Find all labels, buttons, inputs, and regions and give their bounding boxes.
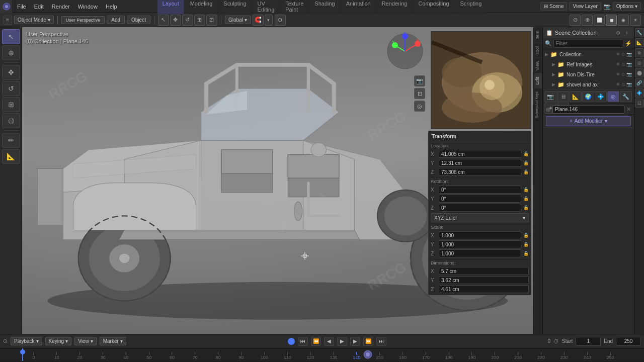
y-scale-lock[interactable]: 🔒 [523, 242, 529, 247]
next-key-btn[interactable]: ▶ [350, 337, 360, 346]
props-view-layer-tab[interactable]: 📐 [570, 91, 582, 102]
shovel-hide-icon[interactable]: 👁 [616, 82, 620, 87]
y-dim-value[interactable]: 3.62 cm [439, 276, 529, 284]
fps-icon[interactable]: ⏱ [553, 338, 559, 344]
tab-rendering[interactable]: Rendering [377, 0, 413, 14]
start-frame-field[interactable]: 1 [576, 337, 601, 346]
y-loc-lock[interactable]: 🔒 [523, 160, 529, 165]
nondis-hide-icon[interactable]: 👁 [616, 72, 620, 77]
outliner-item-non-dis[interactable]: ▶ 📁 Non Dis-Tire 👁 ⊙ 📷 [543, 69, 634, 79]
x-loc-value[interactable]: 41.005 cm [439, 150, 521, 158]
y-rot-lock[interactable]: 🔒 [523, 196, 529, 201]
tool-select[interactable]: ↖ [2, 29, 20, 44]
menu-help[interactable]: Help [102, 3, 121, 11]
right-tool1[interactable]: 🔧 [635, 28, 644, 37]
view-dropdown[interactable]: View▾ [74, 337, 97, 345]
tab-shading[interactable]: Shading [309, 0, 340, 14]
scene-selector[interactable]: ⊞ Scene [540, 2, 567, 11]
z-rot-lock[interactable]: 🔒 [523, 205, 529, 210]
outliner-search-input[interactable] [553, 40, 623, 48]
proportional-edit-icon[interactable]: ⊙ [275, 15, 286, 26]
viewport-3d[interactable]: Transform Location: X 41.005 cm 🔒 Y 12.3… [22, 27, 533, 334]
ref-render-icon[interactable]: 📷 [626, 62, 632, 67]
add-collection-icon[interactable]: + [623, 29, 631, 37]
mini-camera-view[interactable] [431, 31, 531, 129]
menu-render[interactable]: Render [48, 3, 74, 11]
add-btn[interactable]: Add [107, 16, 125, 24]
props-world-tab[interactable]: 💠 [595, 91, 607, 102]
keying-dropdown[interactable]: Keying▾ [45, 337, 72, 345]
menu-file[interactable]: File [13, 3, 30, 11]
shovel-cursor-icon[interactable]: ⊙ [621, 82, 625, 87]
y-rot-value[interactable]: 0° [439, 195, 521, 203]
y-scale-value[interactable]: 1.000 [439, 240, 521, 248]
view-tab[interactable]: View [534, 57, 542, 73]
tool-move[interactable]: ✥ [2, 65, 20, 80]
ref-cursor-icon[interactable]: ⊙ [621, 62, 625, 67]
z-scale-lock[interactable]: 🔒 [523, 251, 529, 256]
tab-texture-paint[interactable]: Texture Paint [280, 0, 308, 14]
global-dropdown[interactable]: Global ▾ [225, 16, 251, 24]
outliner-filter-icon[interactable]: ⚡ [625, 40, 632, 47]
tab-compositing[interactable]: Compositing [413, 0, 454, 14]
right-tool5[interactable]: ⬤ [635, 68, 644, 77]
timeline-frame-icon[interactable]: ⊙ [3, 338, 8, 344]
x-loc-lock[interactable]: 🔒 [523, 151, 529, 156]
transform-icon[interactable]: ⊡ [206, 15, 217, 26]
x-rot-value[interactable]: 0° [439, 186, 521, 194]
end-frame-field[interactable]: 250 [616, 337, 641, 346]
add-modifier-button[interactable]: + Add Modifier ▾ [546, 116, 631, 126]
marker-dropdown[interactable]: Marker▾ [100, 337, 126, 345]
tool-tab[interactable]: Tool [534, 43, 542, 58]
skip-end-btn[interactable]: ⏭ [376, 337, 386, 346]
tool-rotate[interactable]: ↺ [2, 81, 20, 96]
prev-key-btn[interactable]: ◀ [324, 337, 334, 346]
x-rot-lock[interactable]: 🔒 [523, 187, 529, 192]
viewport-btn[interactable]: User Perspective [61, 16, 105, 24]
props-output-tab[interactable]: 🖥 [557, 91, 569, 102]
snap-icon[interactable]: 🧲 [253, 15, 264, 26]
solid-btn[interactable]: ◼ [606, 15, 617, 26]
right-tool2[interactable]: 📐 [635, 38, 644, 47]
props-modifier-tab[interactable]: 🔧 [620, 91, 632, 102]
screencast-tab[interactable]: Screenshot Keys [534, 88, 542, 121]
x-scale-lock[interactable]: 🔒 [523, 233, 529, 238]
tab-animation[interactable]: Animation [341, 0, 376, 14]
shovel-render-icon[interactable]: 📷 [626, 82, 632, 87]
prev-frame-btn[interactable]: ⏪ [311, 337, 321, 346]
toolbar-toggle[interactable]: ≡ [3, 16, 12, 25]
tab-uv-editing[interactable]: UV Editing [253, 0, 280, 14]
overlay-icon[interactable]: ⊙ [570, 15, 581, 26]
tab-layout[interactable]: Layout [157, 0, 184, 14]
tab-modeling[interactable]: Modeling [185, 0, 218, 14]
move-icon[interactable]: ✥ [170, 15, 181, 26]
z-loc-value[interactable]: 73.308 cm [439, 168, 521, 176]
props-scene-tab[interactable]: 🌍 [582, 91, 594, 102]
menu-window[interactable]: Window [74, 3, 102, 11]
y-loc-value[interactable]: 12.31 cm [439, 159, 521, 167]
camera-view-btn[interactable]: 📷 [414, 75, 425, 86]
gizmo-icon[interactable]: ⊕ [582, 15, 593, 26]
item-tab[interactable]: Item [534, 27, 542, 43]
outliner-item-shovel[interactable]: ▶ 📁 shovel and ax 👁 ⊙ 📷 [543, 79, 634, 89]
tool-measure[interactable]: 📐 [2, 149, 20, 164]
vis-hide-icon[interactable]: 👁 [616, 52, 620, 57]
nondis-render-icon[interactable]: 📷 [626, 72, 632, 77]
local-view-btn[interactable]: ◎ [414, 101, 425, 112]
right-tool6[interactable]: 🔗 [635, 78, 644, 87]
playback-dropdown[interactable]: Playback▾ [11, 337, 42, 345]
object-btn[interactable]: Object [127, 16, 150, 24]
z-loc-lock[interactable]: 🔒 [523, 169, 529, 174]
next-frame-btn[interactable]: ⏩ [363, 337, 373, 346]
rotation-mode-dropdown[interactable]: XYZ Euler ▾ [431, 213, 529, 222]
tab-scripting[interactable]: Scripting [455, 0, 487, 14]
snap-dropdown-icon[interactable]: ▾ [265, 15, 273, 26]
right-tool4[interactable]: ◎ [635, 58, 644, 67]
perspective-btn[interactable]: ⊡ [414, 88, 425, 99]
nondis-cursor-icon[interactable]: ⊙ [621, 72, 625, 77]
edit-tab[interactable]: Edit [534, 73, 542, 88]
props-object-tab[interactable]: ◎ [607, 91, 619, 102]
options-button[interactable]: Options ▾ [613, 2, 641, 11]
object-name-field[interactable]: Plane.146 [552, 106, 624, 114]
object-mode-dropdown[interactable]: Object Mode ▾ [14, 16, 54, 24]
